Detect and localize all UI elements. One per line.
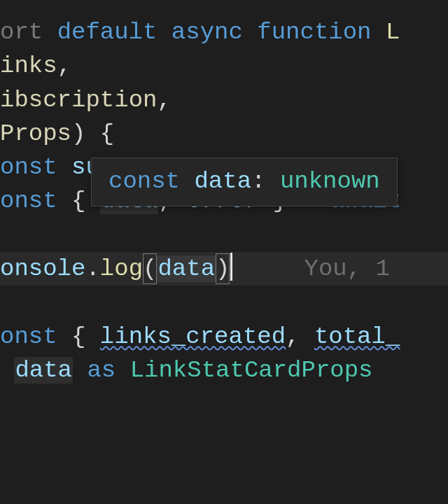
blank-line: [0, 286, 448, 319]
variable-data: data: [14, 357, 73, 384]
identifier: inks: [0, 52, 57, 79]
paren-close: ): [216, 252, 230, 286]
tooltip-keyword: const: [108, 168, 180, 195]
code-line[interactable]: Props) {: [0, 117, 448, 150]
method-log: log: [100, 255, 143, 282]
code-line[interactable]: ibscription,: [0, 83, 448, 117]
variable-total: total_: [314, 323, 400, 350]
function-name: L: [386, 19, 400, 46]
current-line[interactable]: onsole.log(data) You, 1: [0, 252, 448, 286]
brace-open: {: [71, 323, 85, 350]
dot: .: [85, 255, 99, 282]
comma: ,: [286, 323, 300, 350]
identifier: ibscription: [0, 87, 157, 113]
tooltip-type: unknown: [280, 168, 380, 195]
tooltip-variable: data: [194, 168, 251, 195]
paren-close: ): [71, 120, 85, 147]
code-line[interactable]: ort default async function L: [0, 15, 448, 49]
code-line[interactable]: inks,: [0, 49, 448, 83]
code-line[interactable]: onst { links_created, total_: [0, 320, 448, 354]
variable-links-created: links_created: [100, 323, 286, 350]
object-console: onsole: [0, 255, 85, 282]
brace-open: {: [100, 120, 114, 147]
hover-tooltip[interactable]: const data: unknown: [91, 158, 398, 206]
keyword-function: function: [257, 19, 371, 46]
keyword-async: async: [172, 19, 243, 46]
keyword-const: onst: [0, 323, 57, 350]
keyword-as: as: [87, 357, 115, 384]
type-name: LinkStatCardProps: [130, 357, 373, 384]
code-editor[interactable]: ort default async function L inks, ibscr…: [0, 0, 448, 504]
comma: ,: [57, 52, 71, 79]
inline-spacer: [232, 255, 304, 282]
variable-data: data: [157, 255, 216, 282]
keyword-const: onst: [0, 154, 57, 181]
paren-open: (: [143, 252, 157, 286]
brace-open: {: [71, 188, 85, 214]
code-text: ort: [0, 19, 57, 46]
identifier: Props: [0, 120, 71, 147]
keyword-const: onst: [0, 188, 57, 214]
blank-line: [0, 218, 448, 252]
codelens-author[interactable]: You, 1: [304, 255, 390, 282]
comma: ,: [157, 87, 171, 113]
keyword-default: default: [57, 19, 158, 46]
tooltip-colon: :: [251, 168, 280, 195]
code-line[interactable]: data as LinkStatCardProps: [0, 354, 448, 387]
